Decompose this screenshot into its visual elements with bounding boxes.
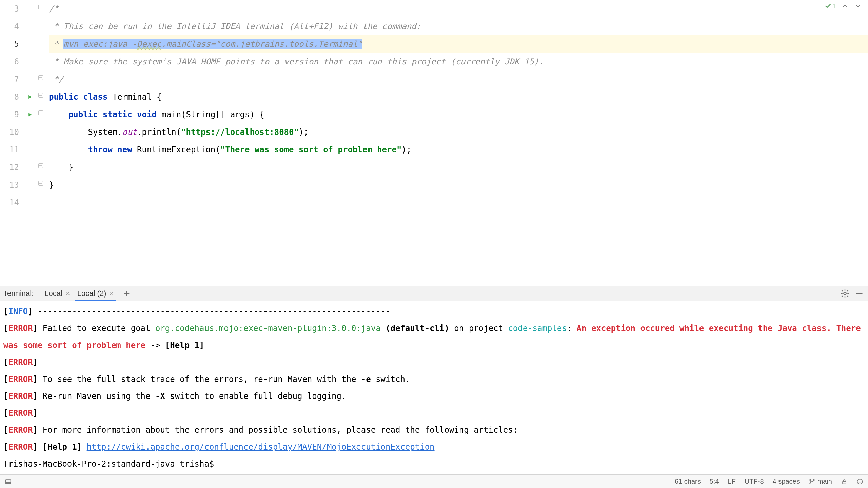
svg-rect-1 [6,480,11,484]
terminal-tab[interactable]: Local [41,286,74,301]
file-encoding[interactable]: UTF-8 [745,477,764,485]
line-number[interactable]: 11 [0,141,19,159]
code-line[interactable]: } [49,176,868,194]
readonly-toggle[interactable] [841,478,848,485]
minimize-icon [854,289,864,298]
git-branch[interactable]: main [809,477,832,485]
status-bar: 61 chars 5:4 LF UTF-8 4 spaces main [0,474,868,488]
run-gutter[interactable] [24,0,36,286]
terminal-tab-label: Local (2) [77,289,106,298]
line-number[interactable]: 5 [0,35,19,53]
tool-windows-button[interactable] [5,478,12,485]
terminal-prompt: Trishas-MacBook-Pro-2:standard-java tris… [3,459,219,469]
code-line[interactable]: */ [49,70,868,88]
line-separator[interactable]: LF [728,477,736,485]
code-line[interactable]: * This can be run in the IntelliJ IDEA t… [49,18,868,35]
line-number[interactable]: 7 [0,70,19,88]
fold-toggle[interactable] [38,110,43,115]
terminal-tab-bar: Terminal: LocalLocal (2) [0,286,868,301]
run-icon[interactable] [27,94,33,100]
maven-help-link[interactable]: http://cwiki.apache.org/confluence/displ… [87,442,435,452]
terminal-tab[interactable]: Local (2) [74,286,118,301]
fold-toggle[interactable] [38,93,43,98]
line-number[interactable]: 6 [0,53,19,70]
layout-icon [5,478,12,485]
new-terminal-button[interactable] [122,288,132,299]
svg-point-8 [861,481,861,481]
run-icon[interactable] [27,111,33,118]
fold-gutter[interactable] [36,0,45,286]
line-number[interactable]: 10 [0,123,19,141]
terminal-panel: Terminal: LocalLocal (2) [INFO] --------… [0,286,868,474]
ide-status-button[interactable] [856,478,863,485]
svg-point-3 [810,483,811,484]
code-line[interactable] [49,194,868,211]
line-number[interactable]: 4 [0,18,19,35]
hide-terminal-button[interactable] [854,289,864,298]
gear-icon [840,289,850,298]
code-line[interactable]: /* [49,0,868,18]
lock-icon [841,478,848,485]
line-number[interactable]: 14 [0,194,19,211]
svg-point-7 [859,481,860,481]
selection-chars[interactable]: 61 chars [675,477,701,485]
line-number[interactable]: 8 [0,88,19,106]
code-line[interactable]: } [49,159,868,176]
svg-point-6 [857,479,863,484]
code-line[interactable]: public class Terminal { [49,88,868,106]
svg-point-0 [844,292,846,294]
svg-rect-5 [843,481,846,484]
terminal-output[interactable]: [INFO] ---------------------------------… [0,301,868,474]
branch-icon [809,478,815,485]
line-number-gutter[interactable]: 34567891011121314 [0,0,24,286]
fold-toggle[interactable] [38,75,43,80]
code-line[interactable]: public static void main(String[] args) { [49,106,868,123]
fold-toggle[interactable] [38,163,43,168]
svg-point-2 [810,479,811,481]
editor-area: 1 34567891011121314 /* * This can be run… [0,0,868,286]
code-line[interactable]: throw new RuntimeException("There was so… [49,141,868,159]
close-icon[interactable] [65,291,71,296]
terminal-options-button[interactable] [840,289,850,298]
terminal-tab-label: Local [44,289,62,298]
terminal-title: Terminal: [3,289,34,298]
line-number[interactable]: 3 [0,0,19,18]
close-icon[interactable] [109,291,114,296]
fold-toggle[interactable] [38,5,43,9]
plus-icon [123,290,131,297]
svg-point-4 [813,479,814,481]
line-number[interactable]: 9 [0,106,19,123]
smiley-icon [856,478,863,485]
fold-toggle[interactable] [38,181,43,186]
code-editor[interactable]: /* * This can be run in the IntelliJ IDE… [45,0,868,286]
code-line[interactable]: System.out.println("https://localhost:80… [49,123,868,141]
line-number[interactable]: 13 [0,176,19,194]
line-number[interactable]: 12 [0,159,19,176]
indent-settings[interactable]: 4 spaces [773,477,800,485]
code-line[interactable]: * Make sure the system's JAVA_HOME point… [49,53,868,70]
caret-position[interactable]: 5:4 [710,477,719,485]
code-line[interactable]: * mvn exec:java -Dexec.mainClass="com.je… [49,35,868,53]
